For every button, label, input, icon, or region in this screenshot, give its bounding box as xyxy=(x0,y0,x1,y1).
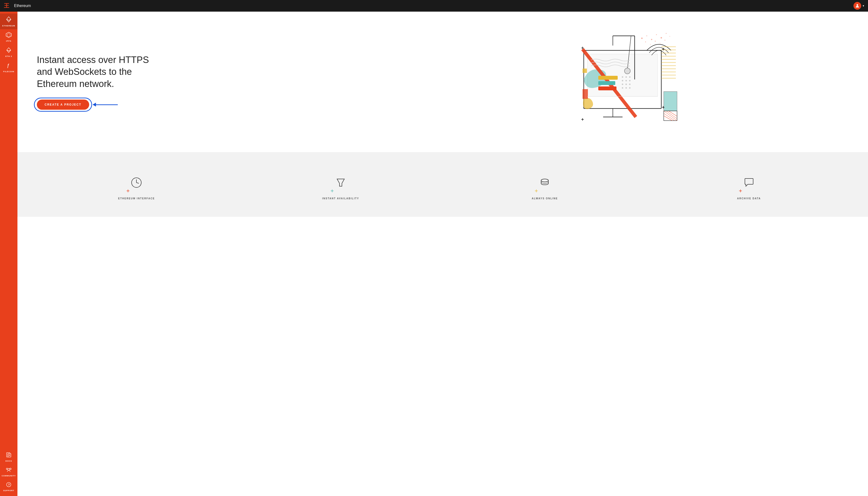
feature-icon-container-2: + xyxy=(331,174,350,193)
svg-point-29 xyxy=(660,43,660,44)
cta-container: CREATE A PROJECT xyxy=(37,99,89,110)
svg-rect-70 xyxy=(664,92,677,111)
feature-ethereum-interface: + ETHEREUM INTERFACE xyxy=(37,167,236,207)
feature-title-instant-availability: INSTANT AVAILABILITY xyxy=(322,197,359,200)
sidebar-item-ethereum[interactable]: ETHEREUM xyxy=(0,14,17,29)
svg-point-49 xyxy=(622,87,623,89)
support-icon: ? xyxy=(6,482,12,489)
svg-rect-78 xyxy=(582,89,588,99)
svg-point-50 xyxy=(625,87,627,89)
svg-point-27 xyxy=(650,44,651,45)
sidebar: ETHEREUM IPFS ETH 2 xyxy=(0,12,17,496)
main-content: Instant access over HTTPS and WebSockets… xyxy=(17,12,868,496)
arrow-line-icon xyxy=(96,104,118,105)
hero-section: Instant access over HTTPS and WebSockets… xyxy=(17,12,868,152)
user-menu[interactable]: ▾ xyxy=(853,2,864,10)
community-icon xyxy=(6,467,12,474)
clock-icon xyxy=(131,176,142,191)
filecoin-icon: ƒ xyxy=(5,62,12,69)
svg-point-43 xyxy=(622,80,623,81)
avatar xyxy=(853,2,861,10)
arrow-decoration xyxy=(93,103,117,107)
svg-marker-4 xyxy=(7,33,10,37)
svg-point-20 xyxy=(641,37,643,39)
features-section: + ETHEREUM INTERFACE + INSTANT AVAILABIL… xyxy=(17,152,868,217)
feature-icon-container-1: + xyxy=(127,174,146,193)
sidebar-label-support: SUPPORT xyxy=(3,490,14,492)
svg-point-25 xyxy=(666,33,667,34)
svg-point-46 xyxy=(622,83,623,85)
arrow-head-icon xyxy=(93,103,96,107)
svg-point-42 xyxy=(629,76,630,78)
sidebar-item-community[interactable]: COMMUNITY xyxy=(0,465,17,479)
feature-icon-container-3: + xyxy=(535,174,554,193)
eth2-icon xyxy=(5,47,12,54)
svg-marker-2 xyxy=(6,19,11,22)
svg-rect-38 xyxy=(598,81,615,85)
hero-heading: Instant access over HTTPS and WebSockets… xyxy=(37,54,153,90)
svg-point-56 xyxy=(624,68,630,74)
svg-point-22 xyxy=(651,39,652,40)
svg-point-30 xyxy=(665,40,666,41)
svg-rect-39 xyxy=(598,87,616,90)
sidebar-item-docs[interactable]: DOCS xyxy=(0,450,17,465)
svg-point-51 xyxy=(629,87,630,89)
feature-instant-availability: + INSTANT AVAILABILITY xyxy=(241,167,441,207)
svg-line-90 xyxy=(136,183,139,183)
main-layout: ETHEREUM IPFS ETH 2 xyxy=(0,12,868,496)
svg-text:?: ? xyxy=(8,483,10,486)
svg-point-24 xyxy=(660,37,662,38)
svg-point-0 xyxy=(857,4,858,6)
feature-always-online: + ALWAYS ONLINE xyxy=(445,167,644,207)
svg-point-23 xyxy=(656,34,657,35)
svg-point-44 xyxy=(625,80,627,81)
svg-point-28 xyxy=(655,41,656,42)
svg-line-75 xyxy=(664,113,675,121)
svg-rect-12 xyxy=(8,454,11,457)
plus-icon-red2: + xyxy=(739,188,742,194)
feature-archive-data: + ARCHIVE DATA xyxy=(650,167,849,207)
page-title: Ethereum xyxy=(14,4,853,8)
chat-icon xyxy=(743,176,755,191)
sidebar-label-ethereum: ETHEREUM xyxy=(2,25,15,27)
svg-point-92 xyxy=(541,179,548,182)
svg-point-31 xyxy=(670,36,670,37)
svg-rect-37 xyxy=(598,76,618,80)
feature-title-always-online: ALWAYS ONLINE xyxy=(532,197,558,200)
svg-point-45 xyxy=(629,80,630,81)
sidebar-item-support[interactable]: ? SUPPORT xyxy=(0,479,17,494)
svg-marker-91 xyxy=(337,179,344,186)
svg-point-40 xyxy=(622,76,623,78)
sidebar-item-filecoin[interactable]: ƒ FILECOIN xyxy=(0,60,17,75)
feature-title-ethereum-interface: ETHEREUM INTERFACE xyxy=(118,197,155,200)
chevron-down-icon: ▾ xyxy=(863,4,864,7)
svg-point-26 xyxy=(645,42,646,42)
svg-point-17 xyxy=(6,468,8,470)
hero-illustration xyxy=(358,12,868,152)
svg-marker-6 xyxy=(7,50,11,52)
svg-point-48 xyxy=(629,83,630,85)
svg-line-73 xyxy=(666,111,677,119)
filter-icon xyxy=(335,176,347,191)
hero-text: Instant access over HTTPS and WebSockets… xyxy=(37,54,153,110)
svg-point-16 xyxy=(10,468,11,470)
sidebar-label-community: COMMUNITY xyxy=(2,475,16,477)
sidebar-label-eth2: ETH 2 xyxy=(5,55,12,57)
ipfs-icon xyxy=(5,32,12,39)
ethereum-icon xyxy=(5,16,12,24)
svg-point-15 xyxy=(8,468,10,470)
plus-icon-yellow: + xyxy=(535,188,538,194)
app-logo: 王 xyxy=(4,2,9,10)
plus-icon-red: + xyxy=(126,188,130,194)
create-project-button[interactable]: CREATE A PROJECT xyxy=(37,99,89,110)
plus-icon-teal: + xyxy=(331,188,334,194)
illustration-svg xyxy=(545,31,681,133)
sidebar-item-ipfs[interactable]: IPFS xyxy=(0,29,17,45)
sidebar-item-eth2[interactable]: ETH 2 xyxy=(0,45,17,60)
svg-rect-77 xyxy=(582,68,587,73)
feature-icon-container-4: + xyxy=(739,174,759,193)
database-icon xyxy=(539,176,551,191)
svg-point-47 xyxy=(625,83,627,85)
app-header: 王 Ethereum ▾ xyxy=(0,0,868,12)
docs-icon xyxy=(6,452,12,459)
